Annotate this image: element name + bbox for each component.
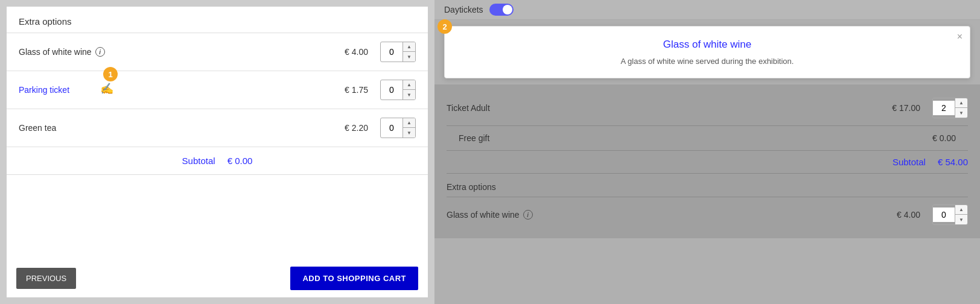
- subtotal-row: Subtotal € 0.00: [7, 147, 428, 175]
- option-label-wine: Glass of white wine: [19, 47, 92, 57]
- right-qty-control-wine: ▲ ▼: [932, 204, 968, 225]
- qty-control-parking: ▲ ▼: [380, 80, 416, 100]
- qty-down-adult[interactable]: ▼: [955, 108, 967, 118]
- option-price-wine: € 4.00: [332, 47, 368, 57]
- option-name-parking: Parking ticket: [19, 85, 332, 95]
- step-badge-1: 1: [103, 67, 118, 81]
- qty-down-parking[interactable]: ▼: [403, 90, 415, 100]
- subtotal-value: € 0.00: [228, 156, 253, 166]
- qty-arrows-parking: ▲ ▼: [402, 80, 415, 100]
- right-qty-input-wine[interactable]: [933, 207, 955, 222]
- option-price-tea: € 2.20: [332, 123, 368, 133]
- ticket-price-gift: € 0.00: [908, 133, 956, 143]
- daytickets-bar: Daytickets: [434, 0, 980, 20]
- left-panel: Extra options Glass of white wine i € 4.…: [6, 6, 428, 298]
- option-row-parking: Parking ticket € 1.75 ▲ ▼: [7, 71, 428, 109]
- qty-input-parking[interactable]: [381, 83, 402, 97]
- right-extra-row-wine: Glass of white wine i € 4.00 ▲ ▼: [447, 197, 968, 232]
- ticket-row-gift: Free gift € 0.00: [447, 126, 968, 151]
- toggle-knob: [503, 5, 512, 14]
- qty-arrows-adult: ▲ ▼: [955, 98, 967, 118]
- ticket-row-adult: Ticket Adult € 17.00 ▲ ▼: [447, 90, 968, 126]
- option-label-tea: Green tea: [19, 123, 56, 133]
- right-panel: Daytickets 2 × Glass of white wine A gla…: [434, 0, 980, 304]
- tooltip-title: Glass of white wine: [463, 39, 952, 51]
- right-qty-down-wine[interactable]: ▼: [955, 215, 967, 224]
- ticket-subtotal-value: € 54.00: [938, 157, 968, 167]
- ticket-price-adult: € 17.00: [872, 103, 920, 113]
- left-footer: PREVIOUS ADD TO SHOPPING CART: [7, 259, 428, 297]
- qty-arrows-wine: ▲ ▼: [402, 42, 415, 62]
- option-price-parking: € 1.75: [332, 85, 368, 95]
- tooltip-description: A glass of white wine served during the …: [463, 57, 952, 66]
- option-label-parking: Parking ticket: [19, 85, 69, 95]
- qty-input-wine[interactable]: [381, 45, 402, 59]
- qty-input-tea[interactable]: [381, 121, 402, 135]
- ticket-name-gift: Free gift: [447, 133, 908, 143]
- right-extra-label-wine: Glass of white wine: [447, 210, 520, 220]
- right-info-icon-wine[interactable]: i: [523, 210, 533, 220]
- extra-options-header: Extra options: [7, 7, 428, 33]
- qty-up-adult[interactable]: ▲: [955, 98, 967, 108]
- right-qty-arrows-wine: ▲ ▼: [955, 205, 967, 224]
- extra-options-list: Glass of white wine i € 4.00 ▲ ▼ Parking…: [7, 33, 428, 259]
- option-row-tea: Green tea € 2.20 ▲ ▼: [7, 109, 428, 147]
- qty-up-parking[interactable]: ▲: [403, 80, 415, 90]
- qty-down-wine[interactable]: ▼: [403, 52, 415, 62]
- tooltip-close-button[interactable]: ×: [957, 31, 962, 42]
- option-name-tea: Green tea: [19, 123, 332, 133]
- qty-input-adult[interactable]: [933, 101, 955, 115]
- daytickets-label: Daytickets: [444, 5, 483, 14]
- ticket-subtotal-label: Subtotal: [892, 157, 926, 167]
- step-badge-2: 2: [438, 19, 452, 34]
- qty-control-wine: ▲ ▼: [380, 42, 416, 62]
- right-extra-name-wine: Glass of white wine i: [447, 210, 872, 220]
- ticket-name-adult: Ticket Adult: [447, 103, 872, 113]
- option-row-wine: Glass of white wine i € 4.00 ▲ ▼: [7, 33, 428, 71]
- qty-control-tea: ▲ ▼: [380, 118, 416, 138]
- info-icon-wine[interactable]: i: [95, 47, 105, 57]
- qty-up-tea[interactable]: ▲: [403, 118, 415, 128]
- add-to-cart-button[interactable]: ADD TO SHOPPING CART: [290, 267, 418, 290]
- cursor-indicator: ✍: [100, 82, 113, 95]
- right-qty-up-wine[interactable]: ▲: [955, 205, 967, 215]
- tooltip-popup: 2 × Glass of white wine A glass of white…: [444, 26, 970, 78]
- qty-arrows-tea: ▲ ▼: [402, 118, 415, 138]
- subtotal-label: Subtotal: [182, 156, 215, 166]
- previous-button[interactable]: PREVIOUS: [16, 268, 76, 289]
- right-extra-options-header: Extra options: [447, 174, 968, 197]
- ticket-subtotal-row: Subtotal € 54.00: [447, 151, 968, 174]
- right-extra-price-wine: € 4.00: [872, 210, 920, 220]
- daytickets-toggle[interactable]: [489, 4, 514, 16]
- qty-control-adult: ▲ ▼: [932, 98, 968, 118]
- qty-down-tea[interactable]: ▼: [403, 128, 415, 138]
- qty-up-wine[interactable]: ▲: [403, 42, 415, 52]
- option-name-wine: Glass of white wine i: [19, 47, 332, 57]
- right-content: Ticket Adult € 17.00 ▲ ▼ Free gift € 0.0…: [434, 84, 980, 238]
